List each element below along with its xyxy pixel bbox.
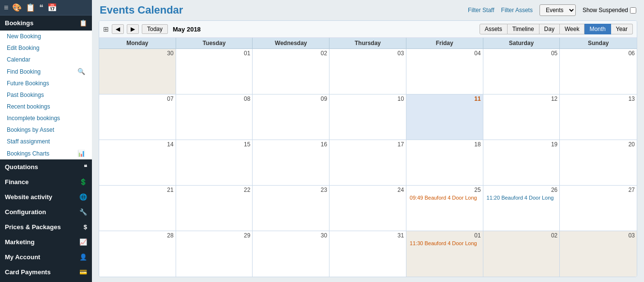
- edit-booking-link[interactable]: Edit Booking: [0, 42, 92, 54]
- cal-day-cell[interactable]: 30: [253, 231, 329, 277]
- cal-day-cell[interactable]: 11: [406, 94, 483, 140]
- cal-day-num: 08: [178, 95, 251, 102]
- palette-icon[interactable]: 🎨: [12, 3, 22, 12]
- cal-day-cell[interactable]: 27: [560, 186, 637, 231]
- cal-week-row: 212223242509:49 Beauford 4 Door Long2611…: [99, 186, 637, 231]
- find-booking-link[interactable]: Find Booking: [7, 68, 41, 75]
- cal-day-cell[interactable]: 08: [176, 94, 253, 140]
- cal-day-cell[interactable]: 20: [560, 140, 637, 185]
- cal-view-week[interactable]: Week: [560, 24, 584, 34]
- cal-day-cell[interactable]: 17: [329, 140, 406, 185]
- cal-day-cell[interactable]: 05: [483, 49, 560, 94]
- cal-day-cell[interactable]: 19: [483, 140, 560, 185]
- cal-day-cell[interactable]: 2611:20 Beauford 4 Door Long: [483, 186, 560, 231]
- cal-day-cell[interactable]: 31: [329, 231, 406, 277]
- cal-day-cell[interactable]: 16: [253, 140, 329, 185]
- cal-day-cell[interactable]: 04: [406, 49, 483, 94]
- recent-bookings-link[interactable]: Recent bookings: [0, 101, 92, 112]
- sidebar-section-prices[interactable]: Prices & Packages $: [0, 219, 92, 235]
- config-icon: 🔧: [79, 208, 87, 216]
- cal-prev-button[interactable]: ◀: [112, 24, 124, 34]
- config-label: Configuration: [5, 208, 46, 216]
- cal-day-num: 05: [485, 50, 558, 57]
- cal-view-year[interactable]: Year: [611, 24, 633, 34]
- quote-icon[interactable]: ❝: [39, 3, 44, 12]
- sidebar-section-marketing[interactable]: Marketing 📈: [0, 235, 92, 250]
- cal-day-cell[interactable]: 09: [253, 94, 329, 140]
- sidebar-section-quotations[interactable]: Quotations ❝: [0, 159, 92, 174]
- cal-body: 3001020304050607080910111213141516171819…: [99, 49, 637, 277]
- sidebar-section-config[interactable]: Configuration 🔧: [0, 204, 92, 219]
- bookings-icon: 📋: [79, 19, 87, 27]
- sidebar-section-bookings[interactable]: Bookings 📋: [0, 16, 92, 31]
- notes-icon[interactable]: 📋: [26, 3, 35, 12]
- cal-day-cell[interactable]: 03: [329, 49, 406, 94]
- account-section[interactable]: Account 👤: [0, 280, 92, 282]
- cal-day-cell[interactable]: 23: [253, 186, 329, 231]
- cal-day-cell[interactable]: 07: [99, 94, 176, 140]
- new-booking-link[interactable]: New Booking: [0, 31, 92, 42]
- finance-icon: 💲: [79, 178, 87, 186]
- cal-event[interactable]: 11:30 Beauford 4 Door Long: [408, 240, 481, 247]
- calendar-icon[interactable]: 📅: [47, 3, 57, 12]
- cal-view-assets[interactable]: Assets: [479, 24, 508, 34]
- sidebar-section-cardpayments[interactable]: Card Payments 💳: [0, 265, 92, 280]
- myaccount-icon: 👤: [79, 253, 87, 261]
- calendar-link[interactable]: Calendar: [0, 54, 92, 65]
- cal-day-cell[interactable]: 14: [99, 140, 176, 185]
- sidebar-section-finance[interactable]: Finance 💲: [0, 174, 92, 189]
- cal-day-cell[interactable]: 02: [483, 231, 560, 277]
- cal-view-month[interactable]: Month: [584, 24, 611, 34]
- prices-label: Prices & Packages: [5, 223, 61, 231]
- cal-week-row: 07080910111213: [99, 94, 637, 140]
- hamburger-icon[interactable]: ≡: [4, 3, 8, 12]
- cal-next-button[interactable]: ▶: [127, 24, 139, 34]
- cal-day-cell[interactable]: 01: [176, 49, 253, 94]
- cal-day-cell[interactable]: 30: [99, 49, 176, 94]
- show-suspended-label: Show Suspended: [583, 7, 628, 14]
- cal-event[interactable]: 09:49 Beauford 4 Door Long: [408, 194, 481, 201]
- staff-assignment-link[interactable]: Staff assignment: [0, 136, 92, 147]
- cal-day-cell[interactable]: 22: [176, 186, 253, 231]
- cal-day-cell[interactable]: 02: [253, 49, 329, 94]
- show-suspended-container: Show Suspended: [583, 7, 636, 14]
- cal-day-cell[interactable]: 03: [560, 231, 637, 277]
- past-bookings-link[interactable]: Past Bookings: [0, 89, 92, 101]
- filter-assets-link[interactable]: Filter Assets: [501, 7, 533, 14]
- cal-day-num: 27: [562, 187, 635, 193]
- cal-today-button[interactable]: Today: [142, 24, 168, 34]
- cardpayments-label: Card Payments: [5, 268, 51, 276]
- website-label: Website activity: [5, 193, 52, 201]
- search-icon[interactable]: 🔍: [77, 68, 85, 75]
- cal-day-cell[interactable]: 13: [560, 94, 637, 140]
- cal-day-cell[interactable]: 24: [329, 186, 406, 231]
- top-bar-right: Filter Staff Filter Assets Events Show S…: [468, 4, 636, 16]
- sidebar-section-myaccount[interactable]: My Account 👤: [0, 250, 92, 265]
- filter-staff-link[interactable]: Filter Staff: [468, 7, 494, 14]
- cal-grid-icon[interactable]: ⊞: [103, 25, 109, 33]
- cal-day-cell[interactable]: 28: [99, 231, 176, 277]
- cal-view-timeline[interactable]: Timeline: [508, 24, 539, 34]
- cal-event[interactable]: 11:20 Beauford 4 Door Long: [485, 194, 558, 201]
- cal-day-cell[interactable]: 18: [406, 140, 483, 185]
- cal-day-cell[interactable]: 15: [176, 140, 253, 185]
- cal-day-cell[interactable]: 10: [329, 94, 406, 140]
- events-dropdown[interactable]: Events: [539, 4, 576, 16]
- chart-icon: 📊: [77, 150, 85, 157]
- cal-day-num: 16: [255, 141, 327, 148]
- cal-header-wednesday: Wednesday: [253, 38, 329, 48]
- cal-day-cell[interactable]: 0111:30 Beauford 4 Door Long: [406, 231, 483, 277]
- cal-view-day[interactable]: Day: [539, 24, 560, 34]
- cal-day-cell[interactable]: 12: [483, 94, 560, 140]
- sidebar-section-website[interactable]: Website activity 🌐: [0, 189, 92, 204]
- future-bookings-link[interactable]: Future Bookings: [0, 78, 92, 89]
- cal-day-cell[interactable]: 06: [560, 49, 637, 94]
- cal-day-num: 23: [255, 187, 327, 193]
- cal-day-cell[interactable]: 21: [99, 186, 176, 231]
- bookings-charts-link[interactable]: Bookings Charts: [7, 150, 49, 157]
- show-suspended-checkbox[interactable]: [630, 7, 636, 14]
- cal-day-cell[interactable]: 2509:49 Beauford 4 Door Long: [406, 186, 483, 231]
- cal-day-cell[interactable]: 29: [176, 231, 253, 277]
- bookings-by-asset-link[interactable]: Bookings by Asset: [0, 124, 92, 136]
- incomplete-bookings-link[interactable]: Incomplete bookings: [0, 112, 92, 124]
